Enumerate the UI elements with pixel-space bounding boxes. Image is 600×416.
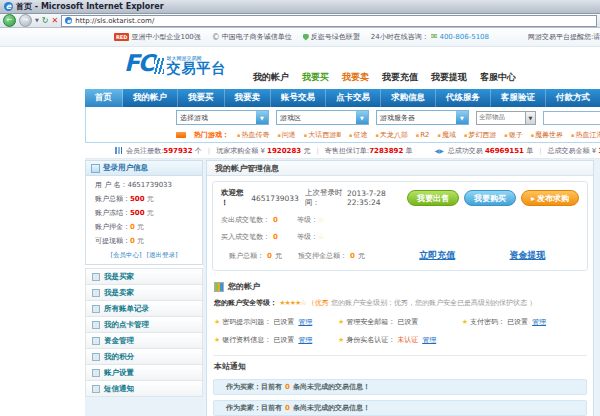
page-icon: e [65, 17, 72, 24]
sell-button[interactable]: 我要出售 [407, 190, 459, 206]
browser-window: e 首页 - Microsoft Internet Explorer ← → ▼… [0, 0, 600, 416]
menu-icon [92, 337, 100, 345]
chevron-down-icon[interactable]: ▼ [525, 112, 535, 124]
hot-game-link[interactable]: ▪梦幻西游 [464, 130, 496, 140]
sidebar-item-settings[interactable]: 账户设置 [86, 365, 202, 381]
hot-game-link[interactable]: ▪热血江湖 [571, 130, 600, 140]
sidebar-item-cards[interactable]: 我的点卡管理 [86, 317, 202, 333]
sidebar-item-points[interactable]: 我的积分 [86, 349, 202, 365]
tab-buy[interactable]: 我要买 [178, 89, 225, 107]
menu-icon [92, 273, 100, 281]
sidebar-item-buyer[interactable]: 我是买家 [86, 269, 202, 285]
page-body: 登录用户信息 用 户 名：4651739033 账户总额：500 元 账户冻结：… [85, 159, 600, 416]
tab-sell[interactable]: 我要卖 [225, 89, 272, 107]
category-select[interactable]: 全部物品 ▼ [476, 111, 536, 125]
tab-powerlevel[interactable]: 代练服务 [436, 89, 491, 107]
hot-game-link[interactable]: ▪征途 [349, 130, 367, 140]
arrow-right-icon: ▸ [531, 194, 535, 203]
server-select[interactable]: 游戏服务器 ▼ [376, 110, 469, 125]
usernav-withdraw[interactable]: 我要提现 [431, 71, 467, 84]
hotline-label: 24小时在线咨询： [371, 32, 429, 42]
menu-icon [92, 289, 100, 297]
manage-link[interactable]: 管理 [298, 317, 312, 327]
usernav-service[interactable]: 客服中心 [480, 71, 516, 84]
welcome-username: 4651739033 [251, 194, 299, 203]
tab-account-trade[interactable]: 账号交易 [271, 89, 326, 107]
star-icon: ★ [338, 318, 344, 326]
site-logo[interactable]: FC 最大网游交易网 交易平台 [124, 52, 227, 75]
hot-game-link[interactable]: ▪问道 [277, 130, 295, 140]
publish-wtb-button[interactable]: ▸发布求购 [521, 190, 579, 206]
recharge-link[interactable]: 立即充值 [419, 250, 455, 260]
security-item-pay-password: ★ 支付密码：已设置 管理 [462, 313, 586, 331]
sidebar-item-seller[interactable]: 我是卖家 [86, 285, 202, 301]
bullet-icon: ▪ [531, 132, 534, 138]
bullet-icon: ▪ [277, 132, 280, 138]
bullet-icon: ▪ [375, 132, 378, 138]
tab-payment[interactable]: 付款方式 [546, 89, 600, 107]
address-bar[interactable]: e http://sls.oktarist.com/ [61, 15, 597, 27]
hot-game-link[interactable]: ▪天龙八部 [375, 130, 407, 140]
stat-registrations: 会员注册数:597932 个 [126, 146, 202, 156]
hot-game-link[interactable]: ▪R2 [416, 131, 430, 139]
cert-anti-theft: 反盗号绿色联盟 [311, 32, 360, 42]
hot-games-row: 热门游戏： ▪热血传奇 ▪问道 ▪大话西游Ⅲ ▪征途 ▪天龙八部 ▪R2 ▪魔域… [86, 128, 600, 142]
account-security-section: 您的帐户 您的账户安全等级： ★★★★☆ （优秀 您的账户安全级别：优秀，您的账… [213, 276, 587, 353]
tab-service-verify[interactable]: 客服验证 [491, 89, 546, 107]
cert-asia-top100: 亚洲中小型企业100强 [131, 32, 200, 42]
tab-card-trade[interactable]: 点卡交易 [326, 89, 381, 107]
certification-bar: RED 亚洲中小型企业100强 © 中国电子商务诚信单位 反盗号绿色联盟 24小… [0, 28, 600, 47]
sidebar-item-bills[interactable]: 所有账单记录 [86, 301, 202, 317]
search-input[interactable] [543, 111, 600, 125]
bought-count-row: 买入成交笔数：0 等级：☆ [221, 232, 579, 242]
mail-icon: ✉ [431, 33, 438, 41]
security-level-line: 您的账户安全等级： ★★★★☆ （优秀 您的账户安全级别：优秀，您的账户安全已是… [213, 296, 587, 312]
menu-icon [92, 369, 100, 377]
tab-home[interactable]: 首页 [85, 89, 123, 107]
hot-game-link[interactable]: ▪魔域 [438, 130, 456, 140]
stop-icon[interactable]: ✕ [52, 17, 59, 25]
hot-games-label: 热门游戏： [194, 130, 229, 140]
menu-icon [92, 353, 100, 361]
manage-link[interactable]: 管理 [298, 335, 312, 345]
stat-escrow-orders: 寄售担保订单:7283892 单 [325, 146, 413, 156]
main-nav: 首页 我的帐户 我要买 我要卖 账号交易 点卡交易 求购信息 代练服务 客服验证… [85, 89, 600, 107]
bullet-icon: ▪ [571, 132, 574, 138]
bullet-icon: ▪ [504, 132, 507, 138]
buy-button[interactable]: 我要购买 [464, 190, 516, 206]
game-select[interactable]: 选择游戏 ▼ [176, 110, 269, 125]
sold-count-row: 卖出成交笔数：0 等级：☆ [221, 215, 579, 225]
tab-my-account[interactable]: 我的帐户 [123, 89, 178, 107]
sidebar-item-sms[interactable]: 短信通知 [86, 381, 202, 397]
tab-wtb-info[interactable]: 求购信息 [381, 89, 436, 107]
usernav-my-account[interactable]: 我的帐户 [253, 71, 289, 84]
usernav-buy[interactable]: 我要买 [302, 71, 329, 84]
balance-summary-row: 账户总额：0元 预交押金总额：0元 立即充值 资金提现 [221, 249, 579, 262]
logo-mark: FC [124, 52, 153, 75]
manage-link[interactable]: 管理 [422, 335, 436, 345]
history-dropdown-icon[interactable]: ▼ [35, 18, 39, 23]
back-button[interactable]: ← [3, 14, 16, 27]
forward-button[interactable]: → [19, 14, 32, 27]
welcome-greeting: 欢迎您 ！ [221, 188, 247, 208]
usernav-recharge[interactable]: 我要充值 [382, 71, 418, 84]
hot-game-link[interactable]: ▪大话西游Ⅲ [304, 130, 341, 140]
chevron-down-icon[interactable]: ▼ [256, 111, 268, 124]
member-center-link[interactable]: [会员中心] [110, 251, 141, 260]
manage-link[interactable]: 管理 [532, 317, 546, 327]
logo-swoosh-icon [154, 58, 164, 74]
welcome-panel: 欢迎您 ！ 4651739033 上次登录时间： 2013-7-28 22:35… [212, 181, 588, 271]
hot-game-link[interactable]: ▪魔兽世界 [531, 130, 563, 140]
hot-game-link[interactable]: ▪银子 [504, 130, 522, 140]
sidebar-item-funds[interactable]: 资金管理 [86, 333, 202, 349]
withdraw-link[interactable]: 资金提现 [509, 250, 545, 260]
last-login-label: 上次登录时间： [305, 188, 347, 208]
chevron-down-icon[interactable]: ▼ [356, 111, 368, 124]
hot-game-link[interactable]: ▪热血传奇 [237, 130, 269, 140]
zone-select[interactable]: 游戏区 ▼ [276, 110, 369, 125]
logout-link[interactable]: [退出登录] [147, 251, 178, 260]
security-item-password-question: ★ 密码提示问题：已设置 管理 [214, 313, 338, 331]
chevron-down-icon[interactable]: ▼ [456, 111, 468, 124]
usernav-sell[interactable]: 我要卖 [342, 71, 369, 84]
refresh-icon[interactable]: ↻ [42, 17, 49, 25]
